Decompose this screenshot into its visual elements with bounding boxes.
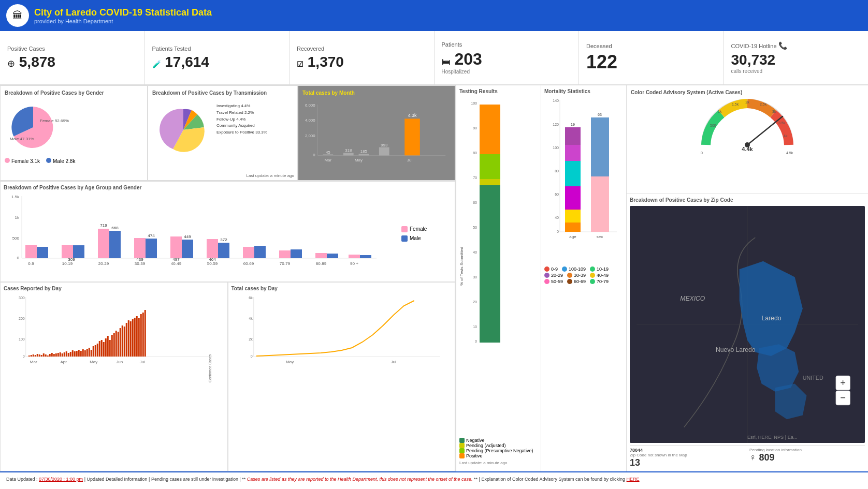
svg-rect-80: [45, 354, 47, 357]
footer-italic: Cases are listed as they are reported to…: [247, 477, 473, 482]
svg-text:2,000: 2,000: [305, 134, 315, 138]
svg-text:Jul: Jul: [390, 360, 396, 364]
map-svg: MEXICO Laredo Nuevo Laredo UNITED Esri, …: [630, 206, 865, 443]
negative-legend: Negative: [459, 438, 538, 443]
female-legend: Female: [401, 226, 427, 232]
svg-text:0: 0: [475, 339, 477, 343]
advisory-title: Color Coded Advisory System (Active Case…: [631, 90, 864, 95]
svg-rect-112: [111, 335, 113, 357]
svg-text:3.5k: 3.5k: [778, 121, 786, 125]
stat-positive-cases: Positive Cases ⊕ 5,878: [0, 31, 145, 84]
svg-text:70: 70: [473, 176, 477, 180]
svg-rect-119: [126, 323, 127, 357]
zip-code-value: 78044: [630, 448, 745, 453]
age-panel: Breakdown of Positive Cases by Age Group…: [0, 181, 455, 282]
svg-rect-90: [66, 351, 67, 357]
svg-text:4.4k: 4.4k: [742, 146, 753, 152]
svg-rect-27: [37, 247, 48, 258]
svg-text:0: 0: [313, 153, 315, 157]
svg-text:70-79: 70-79: [280, 261, 291, 266]
svg-rect-107: [101, 340, 103, 357]
trans-label-travel: Travel Related 2.2%: [216, 110, 267, 116]
monthly-panel: Total cases by Month 6,000 4,000 2,000 0…: [298, 85, 455, 181]
stats-row: Positive Cases ⊕ 5,878 Patients Tested 🧪…: [0, 31, 868, 85]
svg-rect-76: [37, 354, 38, 357]
age-20-29-bar: [565, 186, 581, 210]
female-label: Female 52.69%: [40, 118, 69, 123]
svg-rect-85: [55, 353, 57, 357]
advisory-panel: Color Coded Advisory System (Active Case…: [627, 85, 868, 194]
svg-text:Esri, HERE, NPS | Ea...: Esri, HERE, NPS | Ea...: [747, 435, 798, 440]
svg-rect-49: [218, 243, 229, 258]
stat-recovered-value: ☑ 1,370: [297, 54, 427, 70]
transmission-panel: Breakdown of Positive Cases by Transmiss…: [148, 85, 298, 181]
daily-panel: Cases Reported by Day Confirmed Cases 30…: [0, 282, 228, 471]
header-subtitle: provided by Health Department: [34, 18, 212, 24]
svg-rect-38: [134, 238, 146, 258]
svg-text:May: May: [355, 158, 363, 162]
svg-rect-110: [107, 336, 109, 357]
svg-rect-102: [91, 350, 92, 357]
svg-text:−: −: [840, 392, 846, 403]
svg-text:Mar: Mar: [325, 158, 332, 162]
daily-bar-svg: Confirmed Cases 300 200 100 0: [4, 294, 224, 367]
footer: Data Updated : 07/30/2020 : 1:00 pm | Up…: [0, 471, 868, 489]
mortality-legend: 0-9 100-109 10-19 20-29 30-39 40-49 50-5…: [544, 266, 623, 284]
svg-rect-116: [120, 328, 121, 357]
svg-rect-63: [360, 255, 371, 258]
svg-rect-117: [122, 325, 123, 357]
footer-date[interactable]: 07/30/2020 : 1:00 pm: [39, 477, 83, 482]
svg-rect-120: [128, 320, 129, 357]
age-10-19-bar: [565, 210, 581, 223]
pending-adj-legend: Pending (Adjusted): [459, 443, 538, 448]
logo-icon: 🏛: [12, 10, 23, 22]
svg-text:668: 668: [111, 226, 119, 230]
stat-positive-value: ⊕ 5,878: [7, 54, 137, 70]
svg-text:20-29: 20-29: [98, 261, 109, 266]
advisory-gauge: 0 500 1k 1.5k 2k 2.5k 3k 3.5k 4k 4.5k 4.…: [696, 98, 799, 155]
svg-rect-29: [62, 245, 73, 258]
svg-rect-93: [72, 350, 74, 357]
svg-text:140: 140: [553, 99, 559, 102]
transmission-pie-chart: [152, 99, 214, 161]
svg-rect-43: [170, 236, 182, 258]
male-legend: Male: [401, 235, 427, 242]
gender-panel: Breakdown of Positive Cases by Gender Fe…: [0, 85, 148, 181]
zip-code-label: Zip Code not shown in the Map: [630, 453, 745, 457]
testing-update: Last update: a minute ago: [459, 461, 538, 465]
testing-legend: Negative Pending (Adjusted) Pending (Pre…: [459, 438, 538, 458]
svg-rect-33: [98, 229, 109, 258]
footer-here-link[interactable]: HERE: [627, 477, 640, 482]
svg-rect-127: [142, 313, 144, 357]
svg-text:60-69: 60-69: [243, 261, 254, 266]
svg-rect-87: [60, 352, 61, 357]
gender-chart-title: Breakdown of Positive Cases by Gender: [5, 90, 143, 96]
svg-rect-123: [134, 318, 136, 357]
map[interactable]: MEXICO Laredo Nuevo Laredo UNITED Esri, …: [630, 206, 865, 443]
left-section: Breakdown of Positive Cases by Gender Fe…: [0, 85, 456, 471]
zip-code-stat: 78044 Zip Code not shown in the Map 13: [630, 448, 745, 468]
stat-patients-tested: Patients Tested 🧪 17,614: [145, 31, 290, 84]
svg-rect-118: [124, 327, 125, 357]
svg-rect-54: [254, 246, 266, 258]
testing-section: Testing Results % of Tests Submitted 100…: [456, 85, 541, 471]
header-text: City of Laredo COVID-19 Statistical Data…: [34, 7, 212, 24]
pending-adj-bar: [480, 179, 500, 185]
page-title: City of Laredo COVID-19 Statistical Data: [34, 7, 212, 18]
svg-text:1k: 1k: [15, 215, 20, 220]
stat-deceased-label: Deceased: [586, 43, 716, 49]
stat-hotline-value: 30,732: [731, 52, 861, 68]
svg-text:Jul: Jul: [407, 158, 412, 162]
svg-rect-57: [291, 249, 302, 258]
svg-rect-88: [62, 353, 63, 357]
svg-text:80-89: 80-89: [316, 261, 327, 266]
stat-hospitalized-label: Patients: [442, 41, 572, 48]
svg-text:719: 719: [100, 223, 107, 228]
pending-location-count: ♀ 809: [749, 452, 865, 463]
female-legend-item: Female 3.1k: [5, 158, 40, 164]
pending-location-label: Pending location information: [749, 448, 865, 452]
svg-rect-81: [47, 355, 49, 357]
svg-rect-94: [74, 351, 76, 357]
svg-text:3k: 3k: [772, 110, 776, 113]
age-chart-title: Breakdown of Positive Cases by Age Group…: [4, 185, 452, 190]
